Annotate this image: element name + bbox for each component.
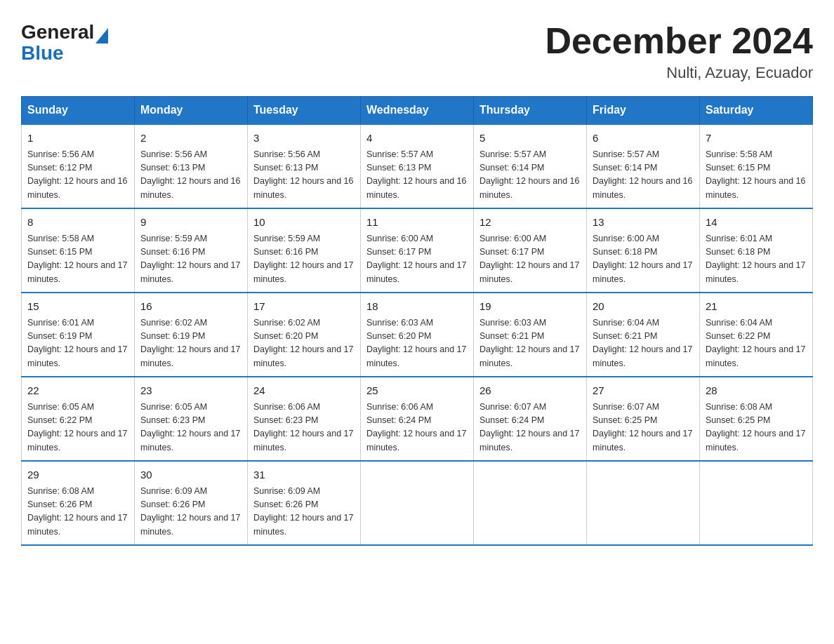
calendar-week-row: 22 Sunrise: 6:05 AMSunset: 6:22 PMDaylig… (22, 377, 813, 461)
calendar-day-cell: 9 Sunrise: 5:59 AMSunset: 6:16 PMDayligh… (135, 208, 248, 293)
day-number: 21 (706, 299, 807, 315)
calendar-table: SundayMondayTuesdayWednesdayThursdayFrid… (21, 96, 813, 546)
day-info: Sunrise: 5:56 AMSunset: 6:12 PMDaylight:… (27, 149, 127, 200)
day-number: 30 (140, 467, 241, 483)
calendar-day-cell: 15 Sunrise: 6:01 AMSunset: 6:19 PMDaylig… (22, 293, 135, 377)
day-info: Sunrise: 6:02 AMSunset: 6:20 PMDaylight:… (253, 318, 353, 368)
calendar-day-cell: 31 Sunrise: 6:09 AMSunset: 6:26 PMDaylig… (248, 461, 361, 545)
day-info: Sunrise: 6:08 AMSunset: 6:25 PMDaylight:… (706, 402, 805, 452)
calendar-day-cell: 11 Sunrise: 6:00 AMSunset: 6:17 PMDaylig… (361, 208, 474, 293)
calendar-day-cell: 19 Sunrise: 6:03 AMSunset: 6:21 PMDaylig… (474, 293, 587, 377)
weekday-header-saturday: Saturday (700, 97, 813, 125)
day-number: 17 (253, 299, 355, 315)
day-info: Sunrise: 5:59 AMSunset: 6:16 PMDaylight:… (253, 234, 353, 284)
day-info: Sunrise: 6:07 AMSunset: 6:25 PMDaylight:… (593, 402, 692, 452)
day-info: Sunrise: 6:00 AMSunset: 6:18 PMDaylight:… (593, 234, 692, 284)
calendar-day-cell: 28 Sunrise: 6:08 AMSunset: 6:25 PMDaylig… (700, 377, 813, 461)
calendar-day-cell: 26 Sunrise: 6:07 AMSunset: 6:24 PMDaylig… (474, 377, 587, 461)
day-number: 19 (479, 299, 581, 315)
calendar-day-cell: 27 Sunrise: 6:07 AMSunset: 6:25 PMDaylig… (587, 377, 700, 461)
weekday-header-sunday: Sunday (22, 97, 135, 125)
day-number: 9 (140, 215, 241, 231)
calendar-day-cell: 18 Sunrise: 6:03 AMSunset: 6:20 PMDaylig… (361, 293, 474, 377)
day-info: Sunrise: 6:05 AMSunset: 6:22 PMDaylight:… (27, 402, 127, 452)
calendar-day-cell: 8 Sunrise: 5:58 AMSunset: 6:15 PMDayligh… (22, 208, 135, 293)
calendar-week-row: 15 Sunrise: 6:01 AMSunset: 6:19 PMDaylig… (22, 293, 813, 377)
calendar-day-cell: 4 Sunrise: 5:57 AMSunset: 6:13 PMDayligh… (361, 124, 474, 208)
day-info: Sunrise: 6:09 AMSunset: 6:26 PMDaylight:… (253, 486, 353, 537)
month-year-title: December 2024 (545, 21, 813, 61)
day-info: Sunrise: 6:06 AMSunset: 6:24 PMDaylight:… (366, 402, 466, 452)
calendar-day-cell: 6 Sunrise: 5:57 AMSunset: 6:14 PMDayligh… (587, 124, 700, 208)
calendar-day-cell: 14 Sunrise: 6:01 AMSunset: 6:18 PMDaylig… (700, 208, 813, 293)
day-number: 6 (593, 130, 694, 147)
day-number: 24 (253, 383, 355, 399)
day-info: Sunrise: 6:00 AMSunset: 6:17 PMDaylight:… (366, 234, 466, 284)
day-number: 5 (479, 130, 581, 147)
day-info: Sunrise: 6:01 AMSunset: 6:19 PMDaylight:… (27, 318, 127, 368)
day-number: 13 (593, 215, 694, 231)
day-info: Sunrise: 6:09 AMSunset: 6:26 PMDaylight:… (140, 486, 240, 537)
day-number: 26 (479, 383, 581, 399)
day-number: 16 (140, 299, 241, 315)
calendar-week-row: 8 Sunrise: 5:58 AMSunset: 6:15 PMDayligh… (22, 208, 813, 293)
weekday-header-wednesday: Wednesday (361, 97, 474, 125)
calendar-day-cell: 29 Sunrise: 6:08 AMSunset: 6:26 PMDaylig… (22, 461, 135, 545)
calendar-week-row: 29 Sunrise: 6:08 AMSunset: 6:26 PMDaylig… (22, 461, 813, 545)
calendar-day-cell: 5 Sunrise: 5:57 AMSunset: 6:14 PMDayligh… (474, 124, 587, 208)
day-number: 10 (253, 215, 355, 231)
calendar-day-cell: 23 Sunrise: 6:05 AMSunset: 6:23 PMDaylig… (135, 377, 248, 461)
calendar-day-cell: 7 Sunrise: 5:58 AMSunset: 6:15 PMDayligh… (700, 124, 813, 208)
day-number: 4 (366, 130, 468, 147)
day-info: Sunrise: 6:08 AMSunset: 6:26 PMDaylight:… (27, 486, 127, 537)
calendar-day-cell: 2 Sunrise: 5:56 AMSunset: 6:13 PMDayligh… (135, 124, 248, 208)
calendar-day-cell (587, 461, 700, 545)
title-section: December 2024 Nulti, Azuay, Ecuador (545, 21, 813, 82)
day-number: 25 (366, 383, 468, 399)
day-info: Sunrise: 6:03 AMSunset: 6:20 PMDaylight:… (366, 318, 466, 368)
calendar-day-cell: 20 Sunrise: 6:04 AMSunset: 6:21 PMDaylig… (587, 293, 700, 377)
day-number: 28 (706, 383, 807, 399)
day-number: 12 (479, 215, 581, 231)
logo: General Blue (21, 21, 108, 63)
day-number: 31 (253, 467, 355, 483)
day-number: 11 (366, 215, 468, 231)
calendar-day-cell (700, 461, 813, 545)
calendar-day-cell: 22 Sunrise: 6:05 AMSunset: 6:22 PMDaylig… (22, 377, 135, 461)
weekday-header-tuesday: Tuesday (248, 97, 361, 125)
weekday-header-monday: Monday (135, 97, 248, 125)
day-info: Sunrise: 6:01 AMSunset: 6:18 PMDaylight:… (706, 234, 805, 284)
day-number: 3 (253, 130, 355, 147)
day-info: Sunrise: 6:00 AMSunset: 6:17 PMDaylight:… (479, 234, 579, 284)
day-info: Sunrise: 5:57 AMSunset: 6:14 PMDaylight:… (593, 149, 692, 200)
day-number: 20 (593, 299, 694, 315)
day-info: Sunrise: 5:59 AMSunset: 6:16 PMDaylight:… (140, 234, 240, 284)
day-number: 23 (140, 383, 241, 399)
weekday-header-thursday: Thursday (474, 97, 587, 125)
calendar-day-cell: 12 Sunrise: 6:00 AMSunset: 6:17 PMDaylig… (474, 208, 587, 293)
calendar-day-cell: 21 Sunrise: 6:04 AMSunset: 6:22 PMDaylig… (700, 293, 813, 377)
location-subtitle: Nulti, Azuay, Ecuador (545, 64, 813, 82)
calendar-day-cell (474, 461, 587, 545)
day-number: 2 (140, 130, 241, 147)
calendar-day-cell: 3 Sunrise: 5:56 AMSunset: 6:13 PMDayligh… (248, 124, 361, 208)
calendar-day-cell (361, 461, 474, 545)
day-info: Sunrise: 5:58 AMSunset: 6:15 PMDaylight:… (27, 234, 127, 284)
day-info: Sunrise: 5:56 AMSunset: 6:13 PMDaylight:… (253, 149, 353, 200)
calendar-day-cell: 30 Sunrise: 6:09 AMSunset: 6:26 PMDaylig… (135, 461, 248, 545)
calendar-day-cell: 16 Sunrise: 6:02 AMSunset: 6:19 PMDaylig… (135, 293, 248, 377)
day-info: Sunrise: 5:57 AMSunset: 6:13 PMDaylight:… (366, 149, 466, 200)
day-number: 1 (27, 130, 128, 147)
page-header: General Blue December 2024 Nulti, Azuay,… (21, 21, 813, 82)
day-info: Sunrise: 6:04 AMSunset: 6:22 PMDaylight:… (706, 318, 805, 368)
day-number: 27 (593, 383, 694, 399)
day-info: Sunrise: 6:02 AMSunset: 6:19 PMDaylight:… (140, 318, 240, 368)
weekday-header-row: SundayMondayTuesdayWednesdayThursdayFrid… (22, 97, 813, 125)
svg-marker-0 (95, 28, 108, 43)
day-info: Sunrise: 6:06 AMSunset: 6:23 PMDaylight:… (253, 402, 353, 452)
day-info: Sunrise: 5:57 AMSunset: 6:14 PMDaylight:… (479, 149, 579, 200)
calendar-day-cell: 17 Sunrise: 6:02 AMSunset: 6:20 PMDaylig… (248, 293, 361, 377)
day-number: 8 (27, 215, 128, 231)
day-number: 7 (706, 130, 807, 147)
day-number: 15 (27, 299, 128, 315)
